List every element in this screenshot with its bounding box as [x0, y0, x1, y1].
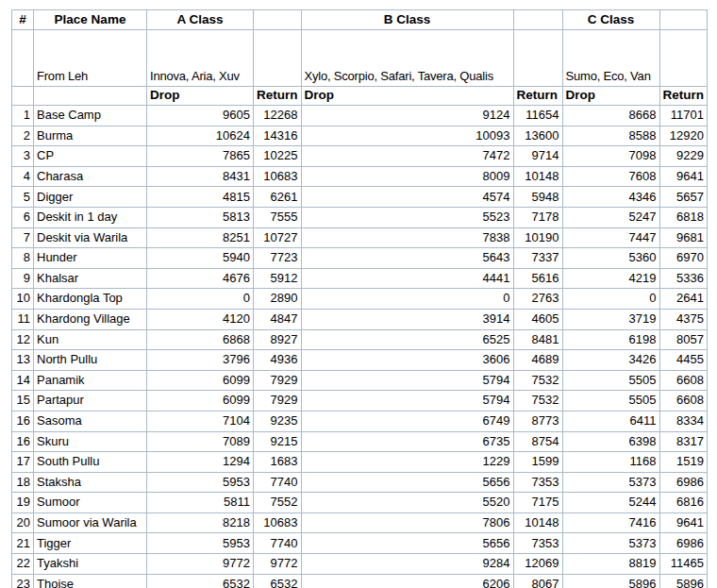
- a-class-return-cell: 10727: [254, 227, 302, 248]
- b-class-drop-cell: 5794: [301, 370, 513, 391]
- c-class-return-cell: 9641: [659, 166, 708, 187]
- c-class-return-cell: 11465: [659, 554, 708, 575]
- b-class-return-cell: 10148: [513, 512, 562, 533]
- c-class-return-cell: 1519: [659, 452, 708, 473]
- a-class-return-cell: 7929: [254, 370, 302, 391]
- b-class-drop-cell: 6206: [301, 574, 513, 588]
- c-class-return-cell: 6818: [659, 207, 708, 227]
- row-number-cell: 17: [12, 452, 34, 473]
- b-class-drop-cell: 7838: [301, 227, 513, 248]
- empty-cell: [513, 30, 562, 87]
- a-class-drop-cell: 3796: [147, 350, 254, 371]
- c-class-return-cell: 9229: [659, 146, 708, 167]
- row-number-cell: 7: [12, 227, 34, 248]
- c-class-return-cell: 2641: [659, 289, 708, 310]
- a-class-return-cell: 4936: [254, 350, 302, 371]
- place-name-cell: South Pullu: [34, 452, 147, 473]
- b-class-drop-cell: 9124: [301, 106, 513, 126]
- row-number-cell: 21: [12, 533, 34, 554]
- a-class-return-cell: 9235: [254, 411, 302, 431]
- empty-cell: [513, 10, 562, 30]
- row-number-cell: 11: [12, 309, 34, 329]
- a-class-return-cell: 6532: [254, 574, 302, 588]
- place-name-cell: Sumoor via Warila: [34, 512, 147, 533]
- b-class-drop-cell: 5656: [301, 472, 513, 493]
- row-number-cell: 15: [12, 391, 34, 412]
- empty-cell: [254, 30, 302, 87]
- b-return-header: Return: [513, 87, 562, 106]
- b-class-header: B Class: [301, 10, 513, 30]
- b-class-return-cell: 8754: [513, 431, 562, 452]
- b-class-return-cell: 9714: [513, 146, 562, 167]
- class-header-row: # Place Name A Class B Class C Class: [12, 10, 708, 30]
- place-name-cell: Panamik: [34, 370, 147, 391]
- row-number-cell: 19: [12, 493, 34, 513]
- c-class-drop-cell: 4219: [562, 268, 659, 289]
- a-class-vehicles-label: Innova, Aria, Xuv: [147, 30, 254, 87]
- place-name-cell: Khalsar: [34, 268, 147, 289]
- place-name-cell: Burma: [34, 126, 147, 146]
- table-row: 2Burma10624143161009313600858812920: [12, 126, 708, 146]
- place-name-cell: Deskit via Warila: [34, 227, 147, 248]
- place-name-cell: Khardongla Top: [34, 289, 147, 310]
- row-number-cell: 20: [12, 512, 34, 533]
- b-class-drop-cell: 7806: [301, 512, 513, 533]
- a-class-drop-cell: 8431: [147, 166, 254, 187]
- row-number-cell: 12: [12, 329, 34, 350]
- place-name-cell: Partapur: [34, 391, 147, 412]
- b-class-drop-cell: 6735: [301, 431, 513, 452]
- place-name-cell: Sumoor: [34, 493, 147, 513]
- empty-cell: [659, 30, 708, 87]
- table-row: 20Sumoor via Warila821810683780610148741…: [12, 512, 708, 533]
- b-class-return-cell: 12069: [513, 554, 562, 575]
- b-class-return-cell: 7353: [513, 533, 562, 554]
- a-class-return-cell: 9215: [254, 431, 302, 452]
- b-class-drop-cell: 7472: [301, 146, 513, 167]
- a-class-return-cell: 10225: [254, 146, 302, 167]
- place-name-cell: Thoise: [34, 574, 147, 588]
- a-class-return-cell: 7555: [254, 207, 302, 227]
- place-name-cell: Kun: [34, 329, 147, 350]
- c-class-vehicles-label: Sumo, Eco, Van: [562, 30, 659, 87]
- table-row: 15Partapur609979295794753255056608: [12, 391, 708, 412]
- c-class-drop-cell: 7416: [562, 512, 659, 533]
- a-class-return-cell: 4847: [254, 309, 302, 329]
- a-class-drop-cell: 10624: [147, 126, 254, 146]
- c-class-return-cell: 9641: [659, 512, 708, 533]
- table-row: 22Tyakshi97729772928412069881911465: [12, 554, 708, 575]
- empty-cell: [12, 30, 34, 87]
- b-class-drop-cell: 5794: [301, 391, 513, 412]
- row-number-cell: 1: [12, 106, 34, 126]
- c-class-drop-cell: 5505: [562, 391, 659, 412]
- row-number-cell: 5: [12, 187, 34, 208]
- a-class-return-cell: 7552: [254, 493, 302, 513]
- b-class-return-cell: 8067: [513, 574, 562, 588]
- table-row: 21Tigger595377405656735353736986: [12, 533, 708, 554]
- empty-cell: [659, 10, 708, 30]
- c-class-drop-cell: 3719: [562, 309, 659, 329]
- row-number-cell: 16: [12, 411, 34, 431]
- a-class-drop-cell: 7089: [147, 431, 254, 452]
- a-class-return-cell: 6261: [254, 187, 302, 208]
- a-drop-header: Drop: [147, 87, 254, 106]
- place-name-cell: Digger: [34, 187, 147, 208]
- row-number-cell: 6: [12, 207, 34, 227]
- b-class-return-cell: 8481: [513, 329, 562, 350]
- place-name-cell: Charasa: [34, 166, 147, 187]
- row-number-cell: 2: [12, 126, 34, 146]
- place-name-cell: Skuru: [34, 431, 147, 452]
- table-row: 16Sasoma710492356749877364118334: [12, 411, 708, 431]
- a-class-drop-cell: 4815: [147, 187, 254, 208]
- place-name-cell: Sasoma: [34, 411, 147, 431]
- c-class-drop-cell: 8819: [562, 554, 659, 575]
- b-drop-header: Drop: [301, 87, 513, 106]
- table-row: 10Khardongla Top028900276302641: [12, 289, 708, 310]
- b-class-return-cell: 7532: [513, 370, 562, 391]
- b-class-drop-cell: 5656: [301, 533, 513, 554]
- c-drop-header: Drop: [562, 87, 659, 106]
- b-class-return-cell: 5616: [513, 268, 562, 289]
- a-class-drop-cell: 8218: [147, 512, 254, 533]
- a-class-return-cell: 12268: [254, 106, 302, 126]
- table-row: 18Staksha595377405656735353736986: [12, 472, 708, 493]
- table-row: 23Thoise653265326206806758965896: [12, 574, 708, 588]
